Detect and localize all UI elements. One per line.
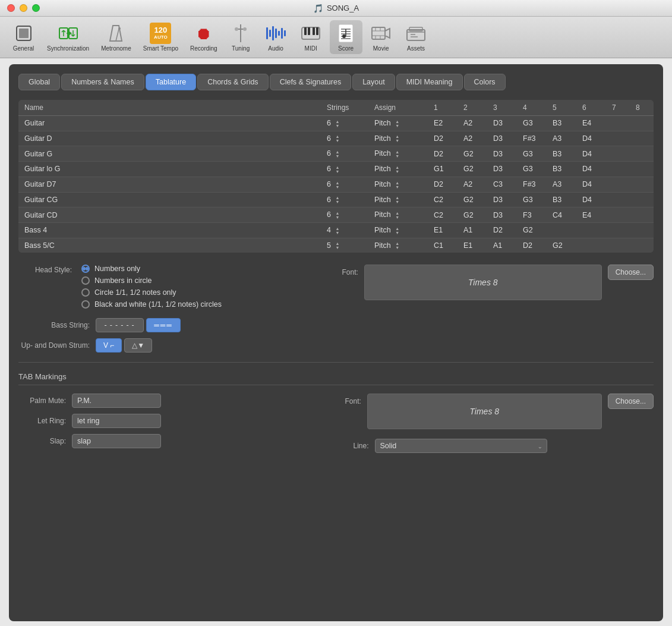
cell-2: G2 [458, 146, 487, 162]
toolbar-item-metronome[interactable]: Metronome [96, 20, 136, 54]
stepper-up-icon[interactable]: ▲ [335, 119, 339, 124]
radio-numbers-only[interactable]: Numbers only [81, 265, 222, 273]
stepper-down-icon[interactable]: ▼ [335, 124, 339, 128]
cell-5 [547, 222, 576, 238]
let-ring-input[interactable] [72, 414, 161, 428]
line-select[interactable]: Solid Dashed Dotted [375, 439, 547, 453]
stepper-down-icon[interactable]: ▼ [335, 246, 339, 250]
strings-stepper[interactable]: ▲ ▼ [335, 227, 339, 235]
toolbar-item-assets[interactable]: Assets [400, 20, 433, 54]
radio-circle-half[interactable]: Circle 1/1, 1/2 notes only [81, 288, 222, 297]
assign-stepper[interactable]: ▲ ▼ [395, 165, 399, 174]
tab-chords-grids[interactable]: Chords & Grids [197, 74, 268, 90]
stepper-down-icon[interactable]: ▼ [335, 169, 339, 174]
tab-clefs-signatures[interactable]: Clefs & Signatures [270, 74, 352, 90]
assign-stepper-up-icon[interactable]: ▲ [395, 134, 399, 139]
stepper-down-icon[interactable]: ▼ [335, 215, 339, 219]
assign-stepper[interactable]: ▲ ▼ [395, 181, 399, 189]
assign-stepper-up-icon[interactable]: ▲ [395, 119, 399, 124]
radio-numbers-circle[interactable]: Numbers in circle [81, 276, 222, 285]
assign-stepper-up-icon[interactable]: ▲ [395, 196, 399, 200]
toolbar-item-score[interactable]: Score [330, 20, 362, 54]
stepper-up-icon[interactable]: ▲ [335, 181, 339, 185]
minimize-button[interactable] [20, 4, 27, 12]
stepper-up-icon[interactable]: ▲ [335, 227, 339, 231]
cell-2: A2 [458, 177, 487, 192]
stepper-up-icon[interactable]: ▲ [335, 165, 339, 169]
choose-tab-font-button[interactable]: Choose... [608, 394, 654, 409]
stepper-down-icon[interactable]: ▼ [335, 231, 339, 235]
toolbar-item-synchronization[interactable]: Synchronization [42, 20, 94, 54]
strings-stepper[interactable]: ▲ ▼ [335, 211, 339, 219]
toolbar-item-midi[interactable]: MIDI [295, 20, 327, 54]
close-button[interactable] [7, 4, 15, 12]
strings-stepper[interactable]: ▲ ▼ [335, 134, 339, 143]
maximize-button[interactable] [32, 4, 40, 12]
cell-6 [576, 238, 606, 253]
strings-stepper[interactable]: ▲ ▼ [335, 150, 339, 158]
toolbar-item-recording[interactable]: ⏺ Recording [185, 20, 222, 54]
strings-stepper[interactable]: ▲ ▼ [335, 196, 339, 204]
assign-stepper-down-icon[interactable]: ▼ [395, 154, 399, 158]
bass-string-double[interactable]: ═══ [146, 318, 181, 332]
toolbar-item-audio[interactable]: Audio [260, 20, 292, 54]
toolbar-item-movie[interactable]: Movie [365, 20, 397, 54]
assign-stepper-down-icon[interactable]: ▼ [395, 139, 399, 143]
assign-stepper-up-icon[interactable]: ▲ [395, 227, 399, 231]
stepper-down-icon[interactable]: ▼ [335, 139, 339, 143]
tab-numbers-names[interactable]: Numbers & Names [61, 74, 144, 90]
assign-stepper-down-icon[interactable]: ▼ [395, 231, 399, 235]
tab-global[interactable]: Global [18, 74, 60, 90]
assign-stepper-down-icon[interactable]: ▼ [395, 215, 399, 219]
choose-font-button[interactable]: Choose... [608, 265, 654, 280]
assign-stepper-down-icon[interactable]: ▼ [395, 169, 399, 174]
strum-arrow-style[interactable]: △▼ [124, 338, 152, 353]
assign-stepper-down-icon[interactable]: ▼ [395, 246, 399, 250]
assign-stepper-up-icon[interactable]: ▲ [395, 165, 399, 169]
assign-stepper-up-icon[interactable]: ▲ [395, 150, 399, 154]
assign-stepper[interactable]: ▲ ▼ [395, 211, 399, 219]
tab-midi-meaning[interactable]: MIDI Meaning [396, 74, 463, 90]
stepper-down-icon[interactable]: ▼ [335, 154, 339, 158]
assign-stepper[interactable]: ▲ ▼ [395, 134, 399, 143]
stepper-up-icon[interactable]: ▲ [335, 196, 339, 200]
stepper-down-icon[interactable]: ▼ [335, 200, 339, 204]
svg-rect-13 [269, 30, 271, 37]
assign-stepper-down-icon[interactable]: ▼ [395, 185, 399, 189]
toolbar-item-smart-tempo[interactable]: 120 AUTO Smart Tempo [138, 20, 183, 54]
assign-stepper[interactable]: ▲ ▼ [395, 150, 399, 158]
slap-input[interactable] [72, 434, 161, 448]
toolbar-item-general[interactable]: General [7, 20, 40, 54]
strings-stepper[interactable]: ▲ ▼ [335, 119, 339, 128]
assign-stepper-down-icon[interactable]: ▼ [395, 200, 399, 204]
strings-stepper[interactable]: ▲ ▼ [335, 241, 339, 250]
assign-stepper-down-icon[interactable]: ▼ [395, 124, 399, 128]
tab-tablature[interactable]: Tablature [146, 74, 196, 90]
cell-6: E4 [576, 116, 606, 131]
cell-1: E2 [428, 116, 458, 131]
bass-string-dashes[interactable]: ------ [96, 318, 144, 332]
synchronization-label: Synchronization [47, 45, 89, 52]
stepper-up-icon[interactable]: ▲ [335, 150, 339, 154]
stepper-up-icon[interactable]: ▲ [335, 241, 339, 246]
assign-stepper-up-icon[interactable]: ▲ [395, 241, 399, 246]
tab-layout[interactable]: Layout [352, 74, 395, 90]
assign-stepper[interactable]: ▲ ▼ [395, 119, 399, 128]
assign-stepper[interactable]: ▲ ▼ [395, 227, 399, 235]
tab-colors[interactable]: Colors [464, 74, 506, 90]
bass-string-label: Bass String: [18, 321, 90, 329]
stepper-up-icon[interactable]: ▲ [335, 211, 339, 215]
radio-bw-circles[interactable]: Black and white (1/1, 1/2 notes) circles [81, 300, 222, 309]
assign-stepper[interactable]: ▲ ▼ [395, 196, 399, 204]
strings-stepper[interactable]: ▲ ▼ [335, 181, 339, 189]
svg-marker-33 [385, 29, 390, 38]
assign-stepper-up-icon[interactable]: ▲ [395, 211, 399, 215]
toolbar-item-tuning[interactable]: Tuning [225, 20, 257, 54]
stepper-down-icon[interactable]: ▼ [335, 185, 339, 189]
strings-stepper[interactable]: ▲ ▼ [335, 165, 339, 174]
assign-stepper[interactable]: ▲ ▼ [395, 241, 399, 250]
strum-v-style[interactable]: V ⌐ [96, 338, 122, 353]
palm-mute-input[interactable] [72, 394, 161, 408]
stepper-up-icon[interactable]: ▲ [335, 134, 339, 139]
assign-stepper-up-icon[interactable]: ▲ [395, 181, 399, 185]
